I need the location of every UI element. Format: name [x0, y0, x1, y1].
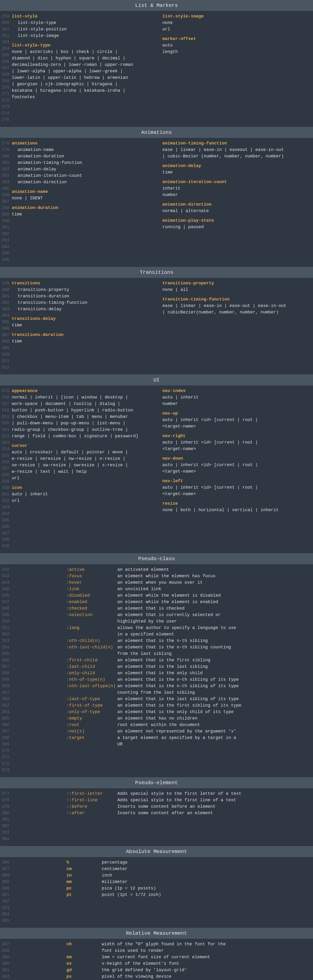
line-number: 369 [0, 741, 9, 748]
line-number: 339 [0, 543, 9, 549]
line-number: 299 [0, 280, 9, 286]
pseudo-name: :nth-last-oftype(n) [66, 683, 117, 689]
property-title: transitions-duration [12, 332, 158, 338]
property-sub: list-style-image [12, 33, 158, 39]
line-number: 387 [0, 866, 9, 872]
units-table: chwidth of the "0" glyph found in the fo… [12, 941, 226, 980]
property-value: katakana | hiragana-iroha | katakana-iro… [12, 88, 158, 94]
line-number: 366 [0, 722, 9, 728]
property-block: animation-timing-functionease | linear |… [162, 140, 309, 159]
line-number: 321 [0, 426, 9, 433]
property-block: animation-namenone | IDENT [12, 189, 158, 202]
property-sub: animation-direction [12, 179, 158, 185]
line-number: 287 [0, 198, 9, 205]
pseudo-row: counting from the last sibling [66, 689, 242, 696]
property-value: auto | inherit [12, 491, 158, 498]
pseudo-name [66, 651, 117, 657]
pseudo-desc: highlighted by the user [117, 618, 242, 625]
property-value: normal | inherit | [icon | window | desk… [12, 394, 158, 401]
line-number: 368 [0, 735, 9, 741]
section-content: transitionstransitions-propertytransitio… [12, 280, 313, 371]
property-title: nav-index [162, 388, 309, 394]
property-block: animation-durationtime [12, 205, 158, 218]
property-title: cursor [12, 442, 158, 449]
pseudo-name: :empty [66, 715, 117, 722]
pseudo-name: :first-of-type [66, 702, 117, 709]
property-block: list-stylelist-style-typelist-style-posi… [12, 13, 158, 39]
line-number: 326 [0, 459, 9, 465]
line-number: 324 [0, 446, 9, 452]
line-number: 390 [0, 885, 9, 892]
line-number: 259 [0, 13, 9, 20]
line-number: 325 [0, 452, 9, 459]
line-number: 318 [0, 407, 9, 414]
unit-name: in [66, 872, 102, 879]
line-number: 336 [0, 523, 9, 530]
property-block: iconauto | inheriturl [12, 485, 158, 504]
line-number: 402 [0, 973, 9, 980]
line-number: 393 [0, 905, 9, 911]
line-number: 281 [0, 159, 9, 166]
line-number: 372 [0, 760, 9, 767]
property-value: number [162, 401, 309, 407]
section-body: 2592602612622632642652662672682692702712… [0, 11, 313, 127]
unit-name: pt [66, 892, 102, 898]
pseudo-desc: an element when you mouse over it [117, 579, 242, 586]
property-block: transitions-durationtime [12, 332, 158, 345]
line-number: 269 [0, 78, 9, 84]
property-title: icon [12, 485, 158, 491]
line-number: 344 [0, 579, 9, 586]
property-value: time [12, 322, 158, 328]
pseudo-desc: an element not represented by the argume… [117, 728, 242, 735]
property-title: animation-iteration-count [162, 179, 309, 185]
line-number: 294 [0, 243, 9, 250]
pseudo-desc: Inserts some content before an element [117, 803, 242, 810]
pseudo-row: ::beforeInserts some content before an e… [66, 803, 242, 810]
line-number: 293 [0, 237, 9, 243]
line-number: 351 [0, 625, 9, 631]
property-value: <target-name> [162, 446, 309, 452]
section-content: chwidth of the "0" glyph found in the fo… [12, 941, 313, 980]
section-body: 3153163173183193203213223233243253263273… [0, 386, 313, 553]
unit-desc: width of the "0" glyph found in the font… [102, 941, 226, 947]
property-value: w-resize | text | wait | help [12, 468, 158, 475]
line-number: 323 [0, 439, 9, 446]
pseudo-desc: UR [117, 741, 242, 748]
line-number: 395 [0, 918, 9, 924]
property-sub: transitions-delay [12, 306, 158, 312]
property-value: ease | linear | ease-in | ease-out | eas… [162, 302, 309, 309]
line-number: 267 [0, 65, 9, 72]
line-number: 401 [0, 967, 9, 973]
unit-row: cmcentimeter [66, 866, 161, 872]
pseudo-table: ::first-letterAdds special style to the … [12, 791, 242, 842]
unit-name: px [66, 973, 102, 980]
line-number: 332 [0, 498, 9, 504]
pseudo-row: :nth-last-oftype(n)an element that is th… [66, 683, 242, 689]
unit-desc: percentage [102, 859, 128, 866]
line-number: 263 [0, 39, 9, 46]
section-body: 377378379380381382383384::first-letterAd… [0, 789, 313, 846]
pseudo-row: :selectionan element that is currently s… [66, 612, 242, 618]
pseudo-desc: an unvisited link [117, 586, 242, 592]
line-number: 348 [0, 605, 9, 612]
property-block: nav-indexauto | inheritnumber [162, 388, 309, 407]
pseudo-name: :active [66, 566, 117, 573]
line-number: 382 [0, 823, 9, 829]
property-value: time [162, 169, 309, 176]
line-number: 399 [0, 954, 9, 960]
unit-desc: pixel of the viewing device [102, 973, 171, 980]
line-number: 289 [0, 211, 9, 218]
property-value: none [162, 20, 309, 26]
pseudo-name: :checked [66, 605, 117, 612]
line-number: 360 [0, 683, 9, 689]
pseudo-desc: in a specified element [117, 631, 242, 638]
line-number: 300 [0, 286, 9, 293]
pseudo-desc: an element while the element is disabled [117, 592, 242, 599]
line-number: 305 [0, 319, 9, 325]
pseudo-name: :last-child [66, 663, 117, 670]
property-title: transitions-property [162, 280, 309, 286]
line-number: 322 [0, 433, 9, 439]
line-number: 333 [0, 504, 9, 511]
property-value: auto | inherit [162, 394, 309, 401]
property-value: <target-name> [162, 423, 309, 430]
